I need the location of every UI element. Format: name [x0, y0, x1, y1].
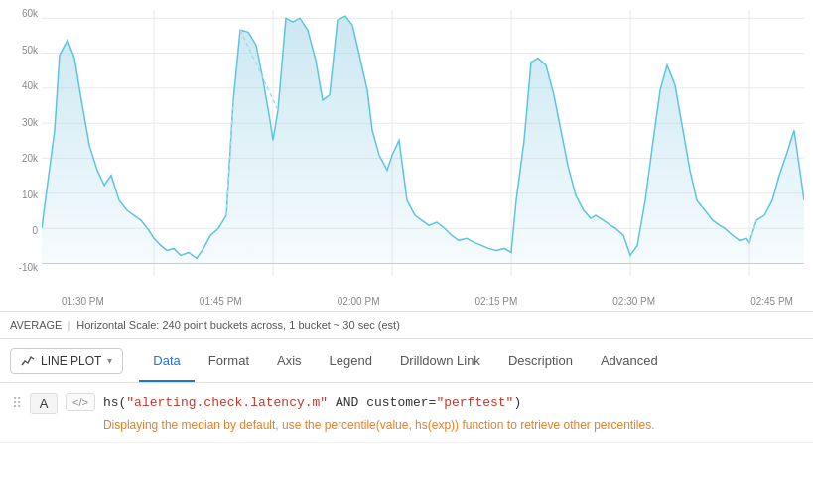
chart-svg: [0, 0, 813, 311]
tab-format[interactable]: Format: [195, 341, 263, 382]
query-key: customer=: [366, 395, 436, 410]
x-label-4: 02:15 PM: [474, 296, 517, 307]
y-label-10k: 10k: [4, 189, 38, 200]
query-and: AND: [328, 395, 366, 410]
y-label-30k: 30k: [4, 117, 38, 128]
tab-description[interactable]: Description: [494, 341, 587, 382]
axis-info-bar: AVERAGE | Horizontal Scale: 240 point bu…: [0, 312, 813, 339]
query-label: A: [30, 393, 58, 414]
query-close: ): [513, 395, 521, 410]
tab-drilldown[interactable]: Drilldown Link: [386, 341, 494, 382]
y-axis-labels: 60k 50k 40k 30k 20k 10k 0 -10k: [0, 0, 42, 281]
chart-container: 60k 50k 40k 30k 20k 10k 0 -10k: [0, 0, 813, 504]
y-label-0: 0: [4, 225, 38, 236]
tab-advanced[interactable]: Advanced: [587, 341, 672, 382]
x-label-1: 01:30 PM: [62, 296, 104, 307]
tab-axis[interactable]: Axis: [263, 341, 316, 382]
y-label-20k: 20k: [4, 153, 38, 164]
tab-data[interactable]: Data: [139, 341, 194, 382]
query-text[interactable]: hs("alerting.check.latency.m" AND custom…: [103, 393, 801, 413]
separator: |: [68, 319, 70, 331]
x-axis-labels: 01:30 PM 01:45 PM 02:00 PM 02:15 PM 02:3…: [42, 296, 813, 307]
line-plot-icon: [21, 354, 35, 368]
y-label-40k: 40k: [4, 80, 38, 91]
plot-type-button[interactable]: LINE PLOT ▾: [10, 348, 123, 374]
stat-label: AVERAGE: [10, 319, 62, 331]
plot-type-label: LINE PLOT: [41, 354, 101, 368]
query-str1: "alerting.check.latency.m": [126, 395, 328, 410]
hint-text: Displaying the median by default, use th…: [103, 417, 801, 434]
code-toggle-button[interactable]: </>: [66, 393, 95, 411]
chevron-down-icon: ▾: [107, 355, 112, 366]
drag-handle-icon[interactable]: ⠿: [12, 393, 22, 411]
x-label-5: 02:30 PM: [612, 296, 655, 307]
x-label-2: 01:45 PM: [200, 296, 242, 307]
x-label-6: 02:45 PM: [750, 296, 793, 307]
query-fn: hs(: [103, 395, 126, 410]
tab-legend[interactable]: Legend: [316, 341, 386, 382]
y-label-60k: 60k: [4, 8, 38, 19]
query-row: ⠿ A </> hs("alerting.check.latency.m" AN…: [0, 383, 813, 443]
query-input: hs("alerting.check.latency.m" AND custom…: [103, 393, 801, 433]
y-label-50k: 50k: [4, 45, 38, 56]
y-label-neg10k: -10k: [4, 262, 38, 273]
scale-description: Horizontal Scale: 240 point buckets acro…: [76, 319, 400, 331]
x-label-3: 02:00 PM: [338, 296, 380, 307]
tabs-bar: LINE PLOT ▾ Data Format Axis Legend Dril…: [0, 339, 813, 383]
chart-area: 60k 50k 40k 30k 20k 10k 0 -10k: [0, 0, 813, 312]
query-str2: "perftest": [436, 395, 513, 410]
